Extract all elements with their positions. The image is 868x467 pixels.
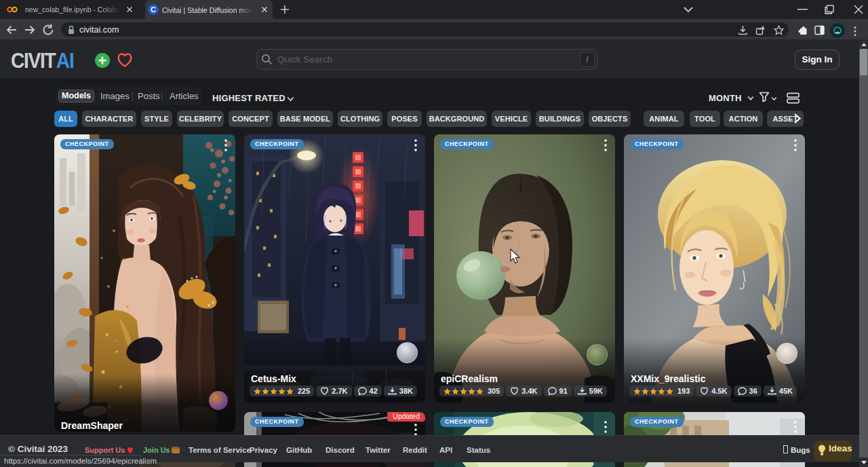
svg-text:CIVIT: CIVIT xyxy=(11,52,56,71)
svg-text:AI: AI xyxy=(56,52,74,71)
svg-text:C: C xyxy=(151,5,156,14)
